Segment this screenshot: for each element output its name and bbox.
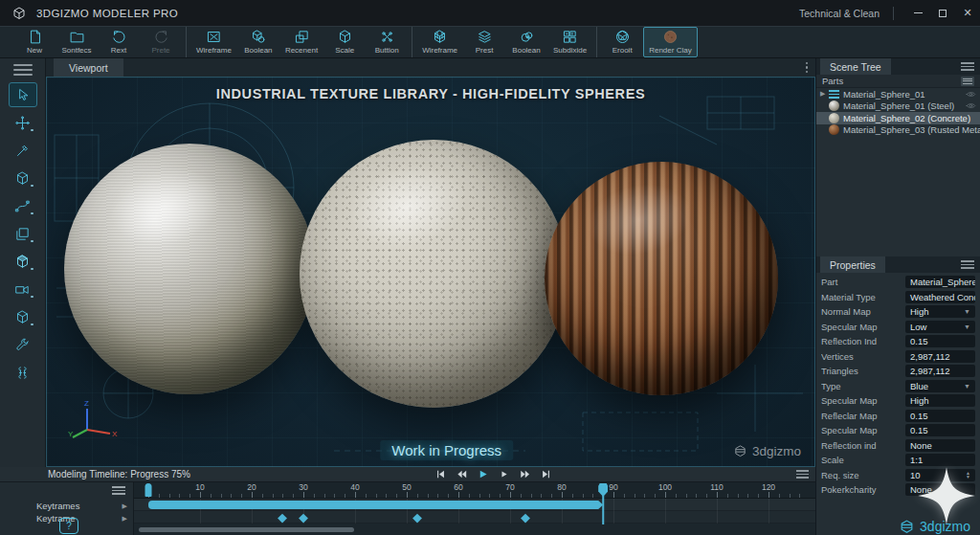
titlebar-divider [893,7,894,20]
track-label-keytrame[interactable]: Keytrame▶ [36,512,127,524]
timeline-scrollbar-thumb[interactable] [139,527,354,532]
property-input-triangles[interactable]: 2,987,112 [905,365,975,377]
toolbar-button-sontfecs[interactable]: Sontfecs [56,27,98,57]
tab-properties[interactable]: Properties [820,256,885,273]
timeline-scrollbar[interactable] [134,524,815,535]
property-select-type[interactable]: Blue▼ [905,380,975,392]
toolbar-button-rext[interactable]: Rext [98,27,140,57]
tool-rail [0,58,46,467]
rail-hamburger-icon[interactable] [13,63,33,77]
property-input-specular-map[interactable]: High [905,394,975,407]
ruler-tick [355,492,356,498]
properties-menu-icon[interactable] [961,260,974,269]
close-button[interactable]: ✕ [955,4,980,23]
property-row-triangles-6: Triangles2,987,112 [816,364,980,379]
help-button[interactable]: ? [59,518,78,534]
rail-tool-cube-outline-3[interactable] [9,166,37,190]
ruler-tick [531,494,532,498]
ruler-tick [211,494,212,498]
transport-skip-end-button[interactable] [539,469,552,480]
property-input-specular-map[interactable]: 0.15 [905,424,975,436]
toolbar-button-recenent[interactable]: Recenent [279,27,323,57]
ruler-tick [644,494,645,498]
sphere-brushed-steel[interactable] [64,144,315,394]
toolbar-button-prest[interactable]: Prest [463,27,505,57]
toolbar-button-wireframe[interactable]: Wireframe [416,27,463,57]
toolbar-button-boolean[interactable]: Boolean [505,27,547,57]
viewport-kebab-menu-icon[interactable] [806,62,809,74]
toolbar-button-new[interactable]: New [13,27,56,57]
toolbar-button-buttion[interactable]: Buttion [366,27,408,57]
transport-fast-forward-button[interactable] [518,469,531,480]
property-input-reflection-ind[interactable]: None [905,439,975,452]
scene-tree-menu-icon[interactable] [961,62,974,71]
property-row-part-0: PartMaterial_Sphere_02 [816,275,980,290]
rail-tool-ik-chain-10[interactable] [9,360,37,385]
toolbar-button-render-clay[interactable]: Render Clay [643,27,697,57]
rail-tool-cursor-select-0[interactable] [9,82,37,107]
toolbar-button-prete[interactable]: Prete [140,27,182,57]
transport-rewind-button[interactable] [455,469,468,480]
sphere-weathered-concrete[interactable] [300,140,568,408]
property-input-vertices[interactable]: 2,987,112 [905,350,975,363]
ruler-tick [448,494,449,498]
parts-menu-icon[interactable] [961,77,974,86]
transport-play-button[interactable] [476,469,489,480]
duplicate-icon [14,226,31,242]
rail-tool-cube-filled-6[interactable] [9,249,37,274]
rail-tool-pen-line-2[interactable] [9,138,37,163]
ruler-tick [562,492,563,498]
property-label: Specular Map [821,322,905,332]
maximize-button[interactable] [930,4,955,23]
property-input-scale[interactable]: 1:1 [905,454,975,466]
tree-item-label: Material_Sphere_02 (Concrete) [843,113,970,123]
tab-scene-tree[interactable]: Scene Tree [820,58,891,75]
timeline-track-area[interactable]: 102030405060708090100110120 [134,482,815,535]
toolbar-button-boolean[interactable]: Boolean [237,27,279,57]
property-input-material-type[interactable]: Weathered Concrete [905,291,975,303]
track-label-keytrames[interactable]: Keytrames▶ [36,500,127,512]
property-select-specular-map[interactable]: Low▼ [905,321,975,333]
tab-viewport[interactable]: Viewport [54,58,123,77]
toolbar-button-label: Recenent [285,46,318,55]
property-select-normal-map[interactable]: High▼ [905,305,975,318]
visibility-eye-icon[interactable] [966,89,976,100]
ruler-tick [479,494,480,498]
toolbar-button-erooit[interactable]: Erooit [601,27,643,57]
toolbar-button-subdixide[interactable]: Subdixide [547,27,592,57]
cube-outline-icon [14,309,31,325]
timeline-left-menu-icon[interactable] [112,486,125,495]
tree-item-material-sphere-02-concrete-[interactable]: Material_Sphere_02 (Concrete) [816,112,980,124]
rail-tool-move-transform-1[interactable] [9,110,37,135]
app-logo-cube-icon [11,6,27,21]
timeline-ruler[interactable]: 102030405060708090100110120 [134,482,815,499]
ruler-tick [231,494,232,498]
toolbar-button-scale[interactable]: Scale [323,27,366,57]
tree-item-material-sphere-01[interactable]: ▶Material_Sphere_01 [816,88,980,100]
rail-tool-cube-outline-8[interactable] [9,304,37,329]
rail-tool-curve-node-4[interactable] [9,193,37,218]
transport-skip-start-button[interactable] [434,469,447,480]
property-input-part[interactable]: Material_Sphere_02 [905,276,975,288]
minimize-button[interactable] [905,4,930,23]
tree-expander-icon[interactable]: ▶ [820,90,829,98]
property-input-refleclar-map[interactable]: 0.15 [905,410,975,422]
track-keytrame[interactable] [134,511,815,524]
viewport-watermark: 3dgizmo [733,444,801,458]
rail-tool-wrench-9[interactable] [9,332,37,357]
property-input-reflection-ind[interactable]: 0.15 [905,335,975,347]
rail-tool-duplicate-5[interactable] [9,221,37,246]
layers-icon [477,29,493,45]
tree-item-material-sphere-01-steel-[interactable]: Material_Sphere_01 (Steel) [816,100,980,113]
rail-tool-camera-7[interactable] [9,277,37,301]
transport-step-forward-button[interactable] [497,469,510,480]
viewport-canvas[interactable]: INDUSTRIAL TEXTURE LIBRARY - HIGH-FIDELI… [46,77,815,467]
tree-item-material-sphere-03-rusted-meta[interactable]: Material_Sphere_03 (Rusted Meta [816,124,980,137]
timeline-menu-icon[interactable] [796,470,809,479]
timeline-origin-marker[interactable] [145,483,152,497]
toolbar-button-wireframe[interactable]: Wireframe [190,27,237,57]
ruler-tick [334,494,335,498]
sphere-rusted-metal[interactable] [545,162,778,395]
property-label: Specular Map [821,395,905,406]
visibility-eye-icon[interactable] [966,100,976,111]
